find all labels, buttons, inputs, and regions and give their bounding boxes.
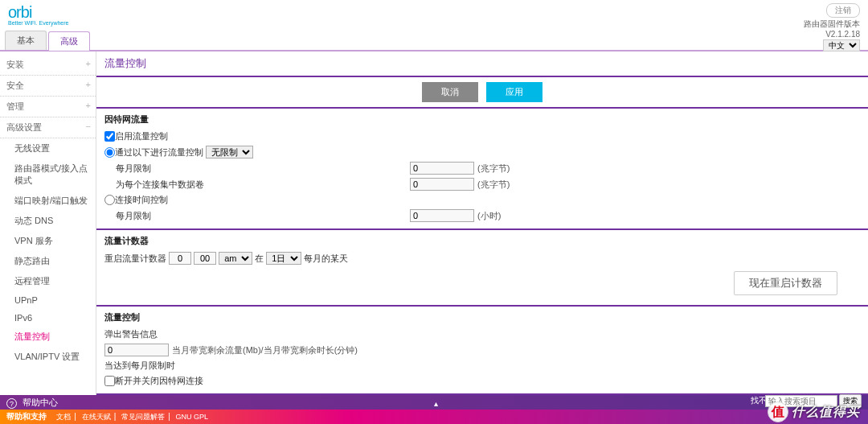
footer-link-online[interactable]: 在线天赋 <box>82 413 111 421</box>
nav-traffic[interactable]: 流量控制 <box>0 327 96 347</box>
warn-label: 弹出警告信息 <box>104 328 158 340</box>
tab-advanced[interactable]: 高级 <box>48 31 90 51</box>
help-bar[interactable]: ? 帮助中心 ▴ <box>0 395 868 410</box>
unit-kb2: (兆字节) <box>477 179 510 191</box>
warn-input[interactable] <box>104 344 169 356</box>
enable-traffic-label: 启用流量控制 <box>115 130 168 142</box>
footer-link-gpl[interactable]: GNU GPL <box>176 413 209 421</box>
restart-counter-label: 重启流量计数器 <box>104 253 166 265</box>
logo-subtitle: Better WiFi. Everywhere <box>8 20 68 26</box>
volume-ctrl-select[interactable]: 无限制 <box>206 146 253 158</box>
nav-static-route[interactable]: 静态路由 <box>0 251 96 271</box>
unit-kb: (兆字节) <box>477 163 510 175</box>
nav-advanced-settings[interactable]: 高级设置 <box>0 117 96 138</box>
section-control: 流量控制 <box>104 311 860 323</box>
per-conn-input[interactable] <box>410 178 474 191</box>
fw-label: 路由器固件版本 <box>804 19 860 28</box>
help-title: 帮助中心 <box>23 397 58 407</box>
content-pane: 流量控制 取消 应用 因特网流量 启用流量控制 通过以下进行流量控制 无限制 每… <box>96 51 868 405</box>
on-label: 在 <box>255 253 264 265</box>
nav-install[interactable]: 安装 <box>0 55 96 76</box>
counter-ampm-select[interactable]: am <box>219 252 252 265</box>
nav-vpn[interactable]: VPN 服务 <box>0 231 96 251</box>
language-select[interactable]: 中文 <box>823 39 860 51</box>
counter-suffix: 每月的某天 <box>304 253 348 265</box>
counter-min-input[interactable] <box>194 252 216 265</box>
time-ctrl-radio[interactable] <box>104 195 115 205</box>
footer: 帮助和支持 文档| 在线天赋| 常见问题解答| GNU GPL <box>0 410 868 424</box>
monthly-limit-label2: 每月限制 <box>104 210 410 222</box>
monthly-limit-label: 每月限制 <box>104 163 410 175</box>
volume-ctrl-radio[interactable] <box>104 147 115 158</box>
counter-hour-input[interactable] <box>169 252 191 265</box>
logo: orbi <box>8 3 31 21</box>
logout-button[interactable]: 注销 <box>826 3 860 18</box>
nav-ddns[interactable]: 动态 DNS <box>0 211 96 231</box>
footer-link-faq[interactable]: 常见问题解答 <box>121 413 165 421</box>
nav-admin[interactable]: 管理 <box>0 97 96 117</box>
fw-version: V2.1.2.18 <box>825 30 860 39</box>
watermark: 值 什么值得买 <box>768 401 860 422</box>
section-counter: 流量计数器 <box>104 235 860 247</box>
per-conn-label: 为每个连接集中数据卷 <box>104 179 410 191</box>
nav-upnp[interactable]: UPnP <box>0 291 96 309</box>
nav-router-mode[interactable]: 路由器模式/接入点模式 <box>0 158 96 191</box>
monthly-limit-input[interactable] <box>410 162 474 175</box>
help-icon: ? <box>6 398 17 409</box>
apply-button[interactable]: 应用 <box>486 82 542 102</box>
watermark-text: 什么值得买 <box>792 404 860 421</box>
reset-counter-button[interactable]: 现在重启计数器 <box>734 271 837 295</box>
disconnect-label: 断开并关闭因特网连接 <box>115 375 203 387</box>
cancel-button[interactable]: 取消 <box>422 82 478 102</box>
time-ctrl-label: 连接时间控制 <box>115 194 168 206</box>
footer-support: 帮助和支持 <box>6 412 47 421</box>
unit-hr: (小时) <box>477 210 501 222</box>
nav-wireless[interactable]: 无线设置 <box>0 138 96 158</box>
warn-note: 当月带宽剩余流量(Mb)/当月带宽剩余时长(分钟) <box>172 344 358 356</box>
nav-port-fwd[interactable]: 端口映射/端口触发 <box>0 191 96 211</box>
watermark-icon: 值 <box>768 401 788 422</box>
when-reached-label: 当达到每月限制时 <box>104 360 175 372</box>
enable-traffic-checkbox[interactable] <box>104 131 115 142</box>
nav-security[interactable]: 安全 <box>0 76 96 97</box>
sidebar: 安装 安全 管理 高级设置 无线设置 路由器模式/接入点模式 端口映射/端口触发… <box>0 51 96 405</box>
section-internet-traffic: 因特网流量 <box>104 113 860 126</box>
monthly-time-input[interactable] <box>410 209 474 222</box>
disconnect-checkbox[interactable] <box>104 376 115 386</box>
volume-ctrl-label: 通过以下进行流量控制 <box>115 146 203 158</box>
nav-remote[interactable]: 远程管理 <box>0 271 96 291</box>
tab-basic[interactable]: 基本 <box>5 31 47 50</box>
counter-day-select[interactable]: 1日 <box>266 252 301 265</box>
nav-vlan[interactable]: VLAN/IPTV 设置 <box>0 347 96 367</box>
footer-link-doc[interactable]: 文档 <box>56 413 71 421</box>
page-title: 流量控制 <box>96 51 868 77</box>
nav-ipv6[interactable]: IPv6 <box>0 309 96 327</box>
